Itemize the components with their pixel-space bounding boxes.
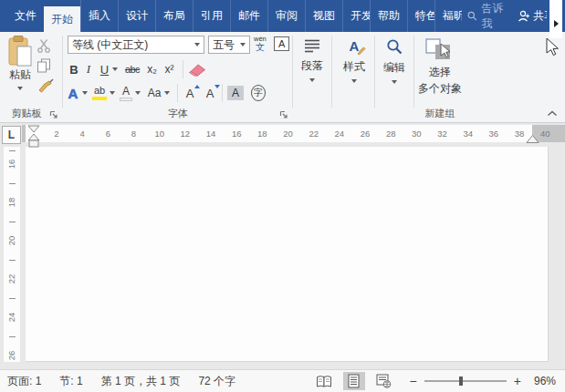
bold-button[interactable]: B [66, 63, 82, 77]
hanging-indent-marker[interactable] [28, 134, 39, 140]
h-ruler-number: 22 [301, 125, 327, 142]
tab-stop-selector[interactable]: L [2, 126, 21, 144]
select-objects-label-1: 选择 [429, 65, 451, 80]
clear-formatting-button[interactable] [188, 63, 206, 77]
clipboard-dialog-launcher[interactable] [49, 110, 58, 119]
h-ruler-number: 34 [455, 125, 481, 142]
highlight-dropdown-icon[interactable] [110, 91, 115, 95]
styles-button[interactable]: A 样式 [334, 32, 374, 107]
tab-file[interactable]: 文件 [7, 0, 44, 32]
separator [177, 84, 178, 102]
font-color-dropdown-icon[interactable] [135, 91, 141, 95]
italic-button[interactable]: I [82, 62, 95, 77]
zoom-slider-track [424, 380, 507, 382]
right-indent-marker[interactable] [526, 134, 539, 144]
zoom-out-button[interactable]: − [406, 374, 421, 388]
text-effects-button[interactable]: A [66, 86, 80, 101]
tab-design[interactable]: 设计 [118, 0, 155, 32]
status-word-count[interactable]: 72 个字 [198, 374, 235, 389]
group-separator [331, 36, 332, 108]
phonetic-guide-button[interactable]: wén 文 [254, 36, 267, 52]
status-page-of[interactable]: 第 1 页，共 1 页 [101, 374, 181, 389]
tab-review[interactable]: 审阅 [267, 0, 305, 32]
font-color-label: A [122, 86, 130, 97]
group-separator [292, 36, 293, 108]
tab-foxit[interactable]: 福昕PDF [434, 0, 462, 32]
font-color-button[interactable]: A [120, 86, 132, 101]
paste-button[interactable]: 粘贴 [5, 36, 35, 92]
h-ruler-number: 12 [173, 125, 198, 142]
h-ruler-number: 20 [276, 125, 301, 142]
h-ruler-number: 14 [198, 125, 224, 142]
h-ruler-number: 6 [95, 125, 120, 142]
character-shading-button[interactable]: A [227, 86, 244, 100]
font-group: 等线 (中文正文) 五号 wén 文 A B I U abc x₂ x² [64, 32, 292, 123]
font-size-combobox[interactable]: 五号 [208, 36, 250, 54]
eraser-icon [188, 63, 206, 77]
change-case-dropdown-icon[interactable] [164, 91, 170, 95]
zoom-in-button[interactable]: + [510, 374, 525, 388]
underline-button[interactable]: U [99, 63, 110, 77]
v-ruler-tick [9, 222, 16, 222]
tab-references[interactable]: 引用 [193, 0, 230, 32]
v-ruler-tick [9, 298, 16, 299]
font-name-combobox[interactable]: 等线 (中文正文) [68, 36, 204, 54]
scroll-strip[interactable] [549, 0, 562, 38]
enclose-characters-button[interactable]: 字 [251, 85, 266, 101]
format-painter-button[interactable] [37, 77, 57, 95]
paste-clipboard-icon [8, 36, 32, 67]
change-case-button[interactable]: Aa [145, 87, 163, 99]
h-ruler-number: 36 [481, 125, 507, 142]
highlight-button[interactable]: ab [92, 86, 107, 100]
share-button[interactable]: 共享 [514, 0, 550, 32]
tab-stop-label: L [8, 129, 15, 141]
select-objects-button[interactable]: 选择 多个对象 [414, 32, 466, 107]
font-row-2: B I U abc x₂ x² [66, 59, 206, 79]
copy-button[interactable] [37, 57, 57, 74]
paragraph-button[interactable]: 段落 [294, 32, 330, 107]
tab-help[interactable]: 帮助 [370, 0, 407, 32]
font-name-dropdown-icon [194, 43, 200, 46]
grow-font-button[interactable]: A [183, 87, 197, 100]
zoom-slider-handle[interactable] [459, 377, 463, 386]
tab-mailings[interactable]: 邮件 [230, 0, 267, 32]
font-dialog-launcher[interactable] [279, 110, 288, 119]
collapse-ribbon-button[interactable] [547, 110, 558, 117]
indent-markers [27, 125, 40, 149]
web-layout-button[interactable] [373, 372, 395, 390]
left-indent-marker[interactable] [29, 140, 38, 147]
superscript-button[interactable]: x² [161, 63, 178, 76]
tab-special-features[interactable]: 特色功能 [407, 0, 434, 32]
underline-dropdown-icon[interactable] [112, 67, 118, 71]
subscript-button[interactable]: x₂ [143, 63, 161, 76]
tab-layout[interactable]: 布局 [155, 0, 193, 32]
strikethrough-button[interactable]: abc [121, 64, 143, 75]
tab-view[interactable]: 视图 [305, 0, 342, 32]
read-mode-button[interactable] [313, 372, 335, 390]
text-effects-dropdown-icon[interactable] [82, 91, 88, 95]
tab-developer[interactable]: 开发工具 [342, 0, 370, 32]
v-ruler-tick [9, 183, 16, 184]
status-section[interactable]: 节: 1 [59, 374, 82, 389]
grow-font-arrow-icon [194, 85, 200, 88]
print-layout-button[interactable] [343, 372, 365, 390]
shrink-font-arrow-icon [214, 85, 220, 88]
character-border-button[interactable]: A [274, 35, 289, 51]
zoom-slider[interactable] [424, 376, 507, 387]
first-line-indent-marker[interactable] [28, 126, 39, 132]
separator [222, 84, 223, 102]
horizontal-ruler[interactable]: 246810121416182022242628303234363840 [22, 125, 565, 142]
view-switcher [313, 372, 395, 390]
editing-button[interactable]: 编辑 [376, 32, 413, 107]
document-page[interactable] [26, 147, 549, 362]
tell-me-search[interactable]: 告诉我 [462, 0, 514, 32]
vertical-ruler[interactable]: 161820222426 [4, 147, 20, 362]
status-page-number[interactable]: 页面: 1 [7, 374, 41, 389]
tab-insert[interactable]: 插入 [80, 0, 118, 32]
cut-button[interactable] [37, 36, 57, 54]
font-size-value: 五号 [213, 37, 235, 53]
h-ruler-number: 16 [224, 125, 249, 142]
shrink-font-button[interactable]: A [203, 87, 217, 100]
zoom-percent[interactable]: 96% [534, 375, 556, 387]
tab-home[interactable]: 开始 [44, 6, 80, 32]
